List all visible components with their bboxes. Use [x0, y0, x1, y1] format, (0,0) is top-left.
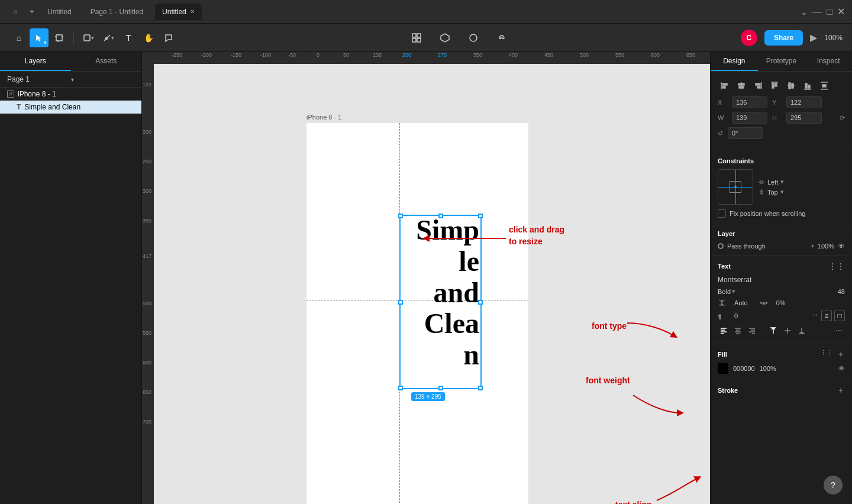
blend-chevron-icon[interactable]: ▾ [811, 243, 814, 249]
constraint-options: Left ▾ Top ▾ [758, 178, 784, 196]
paragraph-spacing-value[interactable]: 0 [734, 312, 738, 319]
text-section-more-icon[interactable]: ⋮⋮ [828, 261, 845, 271]
blend-mode-dropdown[interactable]: Pass through [727, 243, 808, 250]
layer-iphone8[interactable]: # iPhone 8 - 1 [0, 88, 141, 101]
shape-tool[interactable]: ▾ [79, 28, 98, 47]
fill-grid-icon[interactable]: ⋮⋮ [820, 349, 833, 360]
align-center-v-btn[interactable] [784, 79, 798, 93]
line-height-value[interactable]: Auto [734, 299, 748, 306]
align-left-btn[interactable] [718, 79, 732, 93]
user-avatar: C [741, 30, 757, 46]
ruler-mark: 200 [402, 52, 411, 58]
constraint-v-chevron[interactable]: ▾ [780, 188, 784, 196]
help-button[interactable]: ? [824, 476, 843, 495]
alignment-section: X Y W H ⟳ ↺ [711, 72, 852, 150]
text-element[interactable]: SimpleandClean [399, 215, 482, 389]
theme-tool[interactable] [464, 28, 483, 47]
home-tool[interactable]: ⌂ [9, 28, 28, 47]
pages-header[interactable]: Page 1 ▾ [0, 72, 141, 88]
layer-title: Layer [718, 230, 845, 237]
tab-untitled2[interactable]: Untitled ✕ [155, 4, 202, 20]
text-decoration-icon[interactable]: ↔ [812, 311, 819, 321]
text-tool[interactable]: T [119, 28, 138, 47]
svg-rect-22 [757, 86, 760, 88]
tab-prototype[interactable]: Prototype [758, 52, 805, 71]
fix-scroll-checkbox[interactable] [718, 209, 726, 218]
layer-simple-clean[interactable]: T Simple and Clean [0, 101, 141, 114]
text-box-icon[interactable]: □ [834, 311, 845, 321]
tab-layers[interactable]: Layers [0, 52, 71, 71]
text-valign-bottom-btn[interactable] [796, 325, 808, 337]
ruler-mark: 700 [143, 419, 151, 425]
tab-assets[interactable]: Assets [71, 52, 142, 71]
fill-color-swatch[interactable] [718, 363, 728, 374]
zoom-level[interactable]: 100% [824, 34, 843, 42]
play-button[interactable]: ▶ [810, 32, 817, 43]
proportional-lock-icon[interactable]: ⟳ [840, 114, 845, 122]
align-center-h-btn[interactable] [734, 79, 748, 93]
size-row: W H ⟳ [718, 112, 845, 124]
share-button[interactable]: Share [764, 30, 803, 46]
fill-color-hex[interactable]: 000000 [733, 365, 755, 372]
layer-visibility-icon[interactable]: 👁 [838, 242, 845, 250]
svg-rect-24 [772, 83, 774, 88]
letter-spacing-value[interactable]: 0% [776, 299, 786, 306]
layer-opacity[interactable]: 100% [818, 243, 834, 250]
home-button[interactable]: ⌂ [7, 4, 24, 20]
text-align-center-btn[interactable] [732, 325, 744, 337]
font-weight-dropdown[interactable]: Bold ▾ [718, 287, 735, 295]
tab-close-icon[interactable]: ✕ [190, 8, 195, 15]
w-input[interactable] [732, 112, 767, 124]
components-tool[interactable] [407, 28, 426, 47]
tab-untitled1[interactable]: Untitled [40, 4, 79, 20]
constraint-h-opt: Left ▾ [758, 178, 784, 186]
ruler-mark: 450 [544, 52, 553, 58]
text-valign-middle-btn[interactable] [782, 325, 793, 337]
constraint-h-chevron[interactable]: ▾ [780, 178, 784, 186]
ruler-left: 122 200 250 300 350 417 500 550 600 650 … [142, 64, 154, 504]
letter-spacing-icon: A [760, 299, 772, 307]
fill-opacity[interactable]: 100% [760, 365, 776, 372]
constraint-v-opt: Top ▾ [758, 188, 784, 196]
maximize-button[interactable]: □ [827, 7, 832, 17]
font-size-value[interactable]: 48 [838, 288, 845, 295]
rotation-input[interactable] [728, 127, 763, 139]
tab-page1[interactable]: Page 1 - Untitled [83, 4, 150, 20]
prototype-link-tool[interactable] [492, 28, 511, 47]
stroke-header: Stroke ＋ [718, 385, 845, 396]
minimize-button[interactable]: — [812, 7, 822, 17]
new-tab-button[interactable]: ＋ [28, 7, 36, 17]
add-stroke-button[interactable]: ＋ [837, 385, 845, 396]
add-fill-button[interactable]: ＋ [837, 349, 845, 360]
canvas-content: iPhone 8 - 1 SimpleandClean [154, 64, 710, 504]
close-button[interactable]: ✕ [837, 6, 845, 17]
text-more-btn[interactable] [833, 325, 845, 337]
align-right-btn[interactable] [751, 79, 765, 93]
text-valign-top-btn[interactable] [767, 325, 779, 337]
tab-design[interactable]: Design [711, 52, 758, 71]
canvas-area[interactable]: -250 -200 -150 -100 -50 0 50 136 200 275… [142, 52, 710, 504]
svg-point-74 [841, 330, 842, 331]
fill-controls: ⋮⋮ ＋ [820, 349, 845, 360]
comment-tool[interactable] [159, 28, 178, 47]
distribute-v-btn[interactable] [817, 79, 831, 93]
align-top-text-btn[interactable] [767, 79, 782, 93]
frame-tool[interactable] [50, 28, 69, 47]
font-name-value[interactable]: Montserrat [718, 276, 751, 284]
y-input[interactable] [786, 96, 822, 108]
layer-blend-row: Pass through ▾ 100% 👁 [718, 242, 845, 250]
hand-tool[interactable]: ✋ [139, 28, 158, 47]
plugins-tool[interactable] [435, 28, 454, 47]
move-tool[interactable]: ▾ [30, 28, 49, 47]
x-input[interactable] [732, 96, 767, 108]
pen-tool[interactable]: ▾ [99, 28, 118, 47]
text-align-left-btn[interactable] [718, 325, 730, 337]
tab-inspect[interactable]: Inspect [805, 52, 852, 71]
text-align-right-btn[interactable] [746, 325, 758, 337]
sidebar-tabs: Layers Assets [0, 52, 141, 72]
overflow-icon[interactable]: ⌄ [801, 7, 808, 17]
align-bottom-btn[interactable] [801, 79, 815, 93]
fill-visibility-icon[interactable]: 👁 [838, 365, 845, 372]
text-case-icon[interactable]: ≡ [821, 311, 832, 321]
h-input[interactable] [786, 112, 822, 124]
